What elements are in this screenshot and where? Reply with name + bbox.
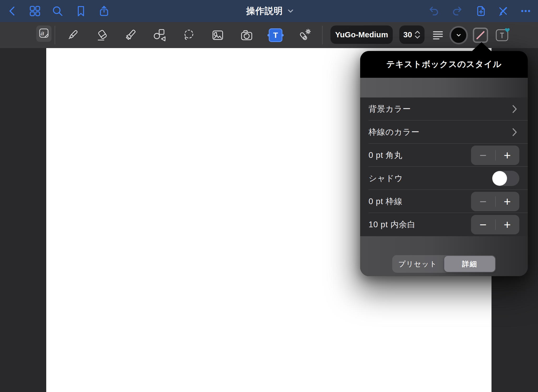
textbox-style-button[interactable] [473, 28, 488, 43]
image-icon [211, 28, 225, 42]
stepper-divider [495, 219, 496, 230]
highlighter-tool[interactable] [124, 28, 137, 42]
chevron-down-icon [456, 34, 461, 37]
stepper-plus-button[interactable]: + [495, 146, 519, 164]
row-label: 枠線のカラー [369, 127, 512, 138]
font-family-button[interactable]: YuGo-Medium [330, 25, 393, 44]
padding-stepper: − + [471, 215, 519, 234]
popover-arrow [472, 42, 492, 51]
row-corner-radius: 0 pt 角丸 − + [360, 144, 528, 167]
font-family-label: YuGo-Medium [335, 30, 388, 39]
document-title-menu[interactable]: 操作説明 [246, 5, 293, 17]
row-border-color[interactable]: 枠線のカラー [360, 121, 528, 144]
row-label: 0 pt 枠線 [369, 196, 471, 207]
textbox-style-popover: テキストボックスのスタイル 背景カラー 枠線のカラー 0 pt 角丸 − [360, 51, 528, 276]
row-border-width: 0 pt 枠線 − + [360, 190, 528, 213]
image-tool[interactable] [211, 28, 225, 42]
row-padding: 10 pt 内余白 − + [360, 213, 528, 236]
stepper-minus-button[interactable]: − [471, 192, 495, 211]
camera-tool[interactable] [240, 28, 254, 42]
share-button[interactable] [98, 5, 110, 17]
top-navigation-bar: 操作説明 [0, 0, 538, 22]
chevron-right-icon [512, 128, 517, 137]
row-label: 0 pt 角丸 [369, 150, 471, 161]
row-shadow: シャドウ [360, 167, 528, 190]
tools-toolbar: a [0, 22, 538, 48]
stepper-divider [495, 196, 496, 207]
highlighter-icon [124, 28, 137, 42]
stepper-plus-button[interactable]: + [495, 192, 519, 211]
eraser-tool[interactable] [96, 28, 109, 42]
row-label: シャドウ [369, 173, 492, 184]
selection-handle-left [267, 34, 270, 36]
text-color-swatch[interactable] [449, 26, 468, 44]
popover-title: テキストボックスのスタイル [386, 59, 502, 70]
font-size-stepper[interactable]: 30 [399, 25, 425, 44]
border-width-stepper: − + [471, 192, 519, 211]
text-tool-glyph: T [273, 31, 278, 40]
goodnotes-app: 操作説明 [0, 0, 538, 392]
share-icon [98, 5, 110, 17]
segment-detail-selected[interactable]: 詳細 [444, 256, 495, 272]
text-tool-selected[interactable]: T [269, 28, 282, 42]
camera-icon [240, 28, 254, 42]
eraser-icon [96, 28, 109, 42]
redo-button[interactable] [451, 5, 463, 17]
redo-icon [451, 5, 463, 17]
search-button[interactable] [51, 5, 64, 17]
segment-preset[interactable]: プリセット [392, 255, 443, 273]
back-button[interactable] [7, 5, 18, 17]
text-align-button[interactable] [432, 29, 444, 41]
chevron-down-icon [288, 9, 293, 13]
stepper-minus-button[interactable]: − [471, 146, 495, 164]
undo-button[interactable] [428, 5, 440, 17]
more-menu-button[interactable] [520, 5, 531, 17]
document-title: 操作説明 [246, 5, 283, 17]
stylus-mode-button[interactable] [497, 5, 509, 17]
row-background-color[interactable]: 背景カラー [360, 97, 528, 121]
up-down-chevrons-icon [414, 30, 421, 39]
page-curl-icon: a [38, 27, 50, 40]
corner-radius-stepper: − + [471, 146, 519, 165]
style-preview-band [360, 78, 528, 97]
chevron-right-icon [512, 105, 517, 114]
lasso-tool[interactable] [182, 28, 196, 42]
undo-icon [428, 5, 440, 17]
preset-detail-segmented-control: プリセット 詳細 [392, 255, 496, 273]
stepper-plus-button[interactable]: + [495, 215, 519, 234]
popover-header: テキストボックスのスタイル [360, 51, 528, 78]
pen-tool[interactable] [66, 28, 79, 42]
grid-icon [29, 5, 41, 17]
ellipsis-icon [520, 5, 531, 17]
popover-footer: プリセット 詳細 [360, 236, 528, 276]
bookmark-icon [75, 5, 87, 17]
shadow-toggle-off[interactable] [492, 171, 519, 186]
stepper-minus-button[interactable]: − [471, 215, 495, 234]
stepper-divider [495, 150, 496, 161]
page-view-mode-button[interactable]: a [36, 25, 51, 42]
back-chevron-icon [7, 5, 18, 17]
font-size-value: 30 [403, 30, 412, 39]
favorite-text-style-button[interactable] [494, 27, 511, 43]
selection-handle-right [281, 34, 284, 36]
align-left-icon [432, 29, 444, 41]
style-settings-list: 背景カラー 枠線のカラー 0 pt 角丸 − + [360, 97, 528, 236]
pen-icon [66, 28, 79, 42]
add-page-button[interactable] [475, 5, 487, 17]
search-icon [51, 5, 64, 17]
text-style-heart-icon [494, 39, 511, 43]
row-label: 10 pt 内余白 [369, 219, 471, 230]
thumbnails-button[interactable] [29, 5, 41, 17]
stroke-style-icon [475, 30, 486, 40]
laser-pointer-tool[interactable] [298, 28, 312, 42]
bookmark-button[interactable] [75, 5, 87, 17]
laser-pointer-icon [298, 28, 312, 42]
crossed-pencil-icon [497, 5, 509, 17]
lasso-icon [182, 28, 196, 42]
svg-text:a: a [40, 29, 44, 37]
toggle-knob [492, 171, 507, 186]
toolbar-divider [322, 26, 323, 44]
add-page-icon [475, 5, 487, 17]
toolbar-divider [55, 26, 55, 44]
shapes-tool[interactable] [153, 28, 167, 42]
